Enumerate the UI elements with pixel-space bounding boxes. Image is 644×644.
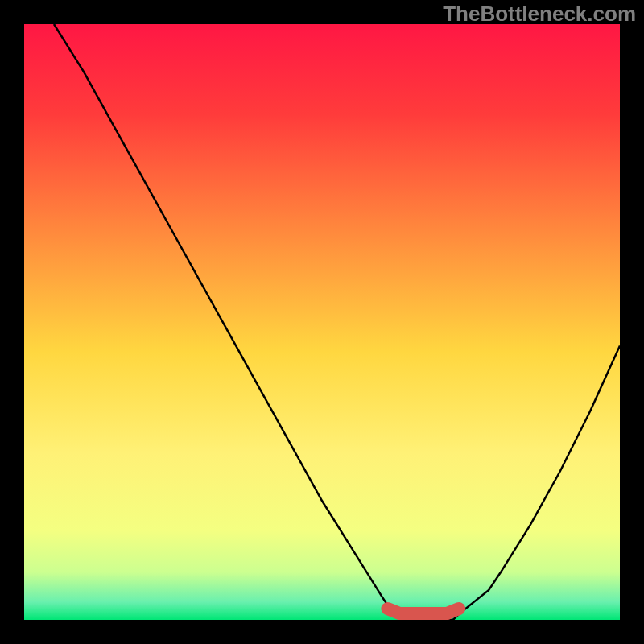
watermark-text: TheBottleneck.com — [443, 2, 636, 27]
gradient-background — [24, 24, 620, 620]
optimal-region-marker — [387, 609, 459, 613]
bottleneck-chart — [24, 24, 620, 620]
chart-area — [24, 24, 620, 620]
